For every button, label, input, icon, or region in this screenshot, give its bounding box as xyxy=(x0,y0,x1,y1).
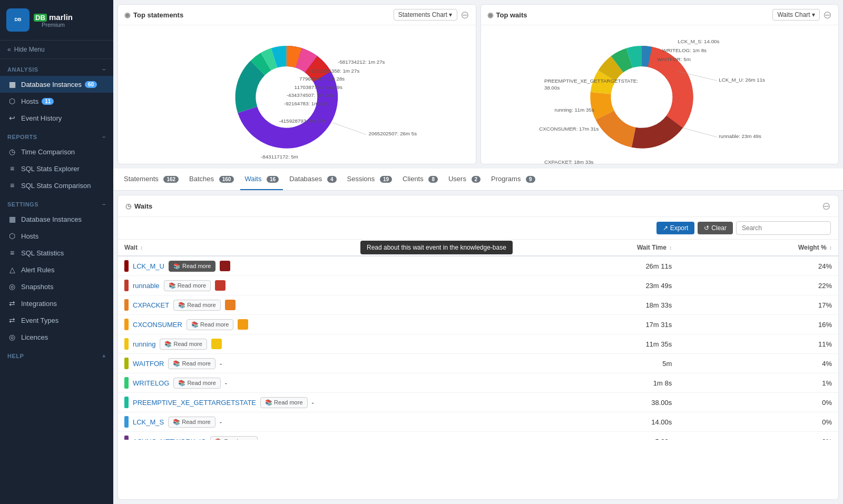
waits-chart-icon: ◉ xyxy=(487,11,493,19)
waits-section: ◷ Waits ⊖ ↗ Export ↺ Clear Read about th… xyxy=(117,195,839,500)
search-input[interactable] xyxy=(736,221,831,235)
wait-weight-cell: 22% xyxy=(678,276,838,295)
wait-name-link[interactable]: CXCONSUMER xyxy=(133,321,182,329)
logo-dbmarlin: DB marlin xyxy=(34,13,73,22)
clear-button[interactable]: ↺ Clear xyxy=(698,222,733,234)
read-more-button[interactable]: 📚 Read more xyxy=(210,436,257,440)
weight-sort-icon[interactable]: ↕ xyxy=(829,245,832,251)
wait-time-cell: 5.00s xyxy=(514,432,678,440)
wait-name-link[interactable]: LCK_M_S xyxy=(133,418,164,426)
wait-name-link[interactable]: WRITELOG xyxy=(133,379,169,387)
sidebar-item-sql-stats-comparison[interactable]: ≡ SQL Stats Comparison xyxy=(0,177,113,194)
waits-chart-button[interactable]: Waits Chart ▾ xyxy=(772,9,820,21)
wait-time-sort-icon[interactable]: ↕ xyxy=(669,245,672,251)
waits-section-header: ◷ Waits ⊖ xyxy=(118,195,838,217)
tab-batches[interactable]: Batches 160 xyxy=(185,169,238,190)
sidebar-item-licences[interactable]: ◎ Licences xyxy=(0,329,113,345)
svg-text:-843117172: 5m: -843117172: 5m xyxy=(261,154,298,160)
waits-donut-chart: LCK_M_S: 14.00s WRITELOG: 1m 8s WAITFOR:… xyxy=(481,25,839,164)
wait-name-link[interactable]: LCK_M_U xyxy=(133,262,164,270)
reports-collapse-icon[interactable]: − xyxy=(102,134,106,140)
svg-text:WRITELOG: 1m 8s: WRITELOG: 1m 8s xyxy=(662,47,707,53)
waits-chart-header: ◉ Top waits Waits Chart ▾ ⊖ xyxy=(481,5,839,25)
svg-text:running: 11m 35s: running: 11m 35s xyxy=(554,107,594,113)
export-button[interactable]: ↗ Export xyxy=(656,222,695,234)
sidebar-item-snapshots[interactable]: ◎ Snapshots xyxy=(0,278,113,295)
statements-donut-chart: -581734212: 1m 27s -1202655358: 1m 27s 7… xyxy=(118,25,476,164)
tab-databases[interactable]: Databases 4 xyxy=(285,169,340,190)
table-row: ASYNC_NETWORK_IO 📚 Read more - 5.00s0% xyxy=(118,432,838,440)
wait-color-placeholder: - xyxy=(220,360,222,368)
read-more-button[interactable]: 📚 Read more xyxy=(168,417,215,428)
wait-color-bar xyxy=(124,260,129,272)
settings-collapse-icon[interactable]: − xyxy=(102,201,106,207)
table-row: runnable 📚 Read more 23m 49s22% xyxy=(118,276,838,295)
sidebar-item-event-types[interactable]: ⇄ Event Types xyxy=(0,312,113,329)
wait-color-box xyxy=(211,339,222,349)
read-more-button[interactable]: 📚 Read more xyxy=(187,319,233,330)
waits-chart-body: LCK_M_S: 14.00s WRITELOG: 1m 8s WAITFOR:… xyxy=(481,25,839,164)
wait-time-cell: 14.00s xyxy=(514,412,678,432)
read-more-button[interactable]: 📚 Read more xyxy=(173,300,220,311)
tab-clients[interactable]: Clients 8 xyxy=(398,169,442,190)
read-more-button[interactable]: 📚 Read more xyxy=(164,280,211,291)
table-row: LCK_M_S 📚 Read more - 14.00s0% xyxy=(118,412,838,432)
table-row: CXCONSUMER 📚 Read more 17m 31s16% xyxy=(118,315,838,334)
svg-text:2065202507: 26m 5s: 2065202507: 26m 5s xyxy=(369,131,417,136)
wait-name-link[interactable]: runnable xyxy=(133,282,160,290)
wait-name-link[interactable]: CXPACKET xyxy=(133,301,169,309)
statements-chart-button[interactable]: Statements Chart ▾ xyxy=(394,9,457,21)
sidebar-item-hosts[interactable]: ⬡ Hosts 11 xyxy=(0,93,113,110)
wait-color-bar xyxy=(124,280,129,291)
sidebar-item-sql-stats-explorer[interactable]: ≡ SQL Stats Explorer xyxy=(0,160,113,177)
waits-table: Wait ↕ Wait Time ↕ Weight % ↕ xyxy=(118,240,838,440)
wait-color-bar xyxy=(124,397,129,408)
wait-weight-cell: 16% xyxy=(678,315,838,334)
read-more-button[interactable]: 📚 Read more xyxy=(168,358,215,369)
wait-name-link[interactable]: PREEMPTIVE_XE_GETTARGETSTATE xyxy=(133,399,256,407)
tab-waits[interactable]: Waits 16 xyxy=(240,169,283,190)
sidebar-item-time-comparison[interactable]: ◷ Time Comparison xyxy=(0,143,113,160)
tab-programs[interactable]: Programs 9 xyxy=(487,169,540,190)
statements-minimize-button[interactable]: ⊖ xyxy=(460,9,469,20)
svg-text:WAITFOR: 5m: WAITFOR: 5m xyxy=(657,56,690,62)
waits-chart-controls: Waits Chart ▾ ⊖ xyxy=(772,9,832,21)
read-more-button[interactable]: 📚 Read more xyxy=(160,339,207,350)
sidebar-item-integrations[interactable]: ⇄ Integrations xyxy=(0,295,113,312)
analysis-collapse-icon[interactable]: − xyxy=(102,66,106,73)
wait-time-cell: 18m 33s xyxy=(514,295,678,315)
help-expand-icon[interactable]: + xyxy=(102,353,106,359)
wait-sort-icon[interactable]: ↕ xyxy=(140,245,143,251)
settings-hosts-icon: ⬡ xyxy=(7,232,17,240)
waits-section-minimize[interactable]: ⊖ xyxy=(822,201,831,211)
sidebar-item-database-instances[interactable]: ▦ Database Instances 60 xyxy=(0,76,113,93)
time-comparison-icon: ◷ xyxy=(7,147,17,156)
table-row: WRITELOG 📚 Read more - 1m 8s1% xyxy=(118,373,838,393)
wait-weight-cell: 0% xyxy=(678,432,838,440)
wait-time-cell: 1m 8s xyxy=(514,373,678,393)
hide-menu-button[interactable]: « Hide Menu xyxy=(0,41,113,59)
waits-minimize-button[interactable]: ⊖ xyxy=(823,9,832,20)
wait-name-cell: ASYNC_NETWORK_IO 📚 Read more - xyxy=(118,432,514,440)
sidebar-item-event-history[interactable]: ↩ Event History xyxy=(0,110,113,126)
wait-name-link[interactable]: running xyxy=(133,340,155,348)
settings-section-label: SETTINGS − xyxy=(0,194,113,211)
sidebar-item-settings-hosts[interactable]: ⬡ Hosts xyxy=(0,228,113,244)
read-more-button[interactable]: 📚 Read more xyxy=(169,261,215,272)
wait-name-link[interactable]: ASYNC_NETWORK_IO xyxy=(133,438,206,440)
settings-db-icon: ▦ xyxy=(7,215,17,223)
tab-users[interactable]: Users 2 xyxy=(444,169,485,190)
read-more-button[interactable]: 📚 Read more xyxy=(260,397,307,408)
tab-sessions[interactable]: Sessions 19 xyxy=(343,169,397,190)
read-more-button[interactable]: 📚 Read more xyxy=(173,378,220,389)
read-more-tooltip: Read about this wait event in the knowle… xyxy=(360,241,513,254)
sidebar-item-alert-rules[interactable]: △ Alert Rules xyxy=(0,261,113,278)
sidebar-item-settings-db-instances[interactable]: ▦ Database Instances xyxy=(0,211,113,228)
sidebar-item-sql-statistics[interactable]: ≡ SQL Statistics xyxy=(0,244,113,261)
tab-statements[interactable]: Statements 162 xyxy=(120,169,183,190)
wait-name-cell: WRITELOG 📚 Read more - xyxy=(118,373,514,393)
wait-name-link[interactable]: WAITFOR xyxy=(133,360,164,368)
svg-text:1170387774: 1m 29s: 1170387774: 1m 29s xyxy=(294,84,342,90)
wait-time-cell: 5m xyxy=(514,354,678,373)
svg-text:LCK_M_S: 14.00s: LCK_M_S: 14.00s xyxy=(678,38,719,44)
